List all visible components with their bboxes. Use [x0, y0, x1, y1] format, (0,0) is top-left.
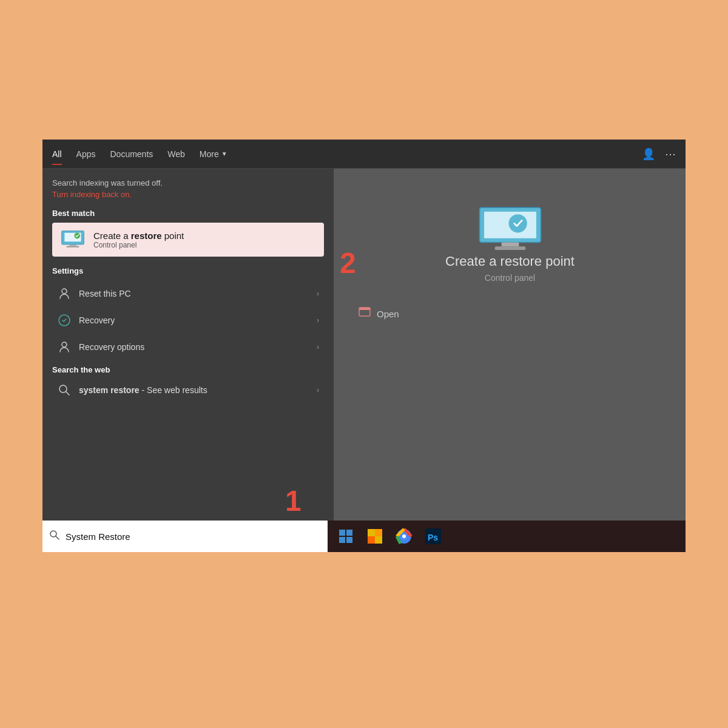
chevron-right-icon-4: › — [317, 386, 319, 394]
restore-point-icon — [61, 230, 85, 249]
svg-point-31 — [402, 534, 406, 538]
step-2-label: 2 — [340, 249, 356, 278]
left-panel: Search indexing was turned off. Turn ind… — [42, 169, 334, 534]
svg-point-12 — [508, 214, 527, 232]
settings-label: Settings — [52, 266, 324, 275]
svg-rect-3 — [69, 244, 76, 246]
search-input[interactable] — [66, 531, 320, 542]
svg-line-9 — [66, 392, 69, 395]
svg-rect-14 — [494, 246, 525, 250]
content-area: Search indexing was turned off. Turn ind… — [42, 169, 686, 534]
taskbar-icon-chrome[interactable] — [391, 523, 417, 550]
taskbar-icons: Ps — [328, 521, 686, 552]
svg-line-18 — [56, 536, 59, 539]
taskbar: Ps — [42, 521, 686, 552]
svg-point-7 — [62, 342, 67, 347]
reset-pc-icon — [57, 286, 72, 301]
tab-apps[interactable]: Apps — [76, 147, 96, 161]
svg-rect-16 — [359, 308, 370, 310]
person-icon[interactable]: 👤 — [642, 147, 655, 161]
tab-web[interactable]: Web — [167, 147, 185, 161]
tab-all[interactable]: All — [52, 147, 62, 161]
settings-item-recovery[interactable]: Recovery › — [52, 307, 324, 334]
svg-point-8 — [59, 385, 67, 393]
svg-rect-25 — [375, 529, 382, 536]
best-match-info: Create a restore point Control panel — [93, 231, 184, 249]
svg-rect-26 — [368, 536, 375, 544]
chevron-right-icon-1: › — [317, 289, 319, 298]
svg-rect-21 — [339, 537, 345, 543]
settings-item-recovery-options[interactable]: Recovery options › — [52, 334, 324, 360]
chevron-right-icon-2: › — [317, 316, 319, 325]
svg-text:Ps: Ps — [428, 533, 438, 542]
more-options-icon[interactable]: ⋯ — [665, 147, 676, 161]
recovery-options-text: Recovery options — [79, 342, 309, 352]
svg-rect-24 — [368, 529, 375, 536]
reset-pc-text: Reset this PC — [79, 289, 309, 298]
restore-point-large-icon — [477, 205, 544, 254]
web-search-text: system restore - See web results — [79, 385, 309, 395]
best-match-item[interactable]: Create a restore point Control panel — [52, 223, 324, 257]
svg-rect-13 — [501, 242, 519, 246]
open-icon — [359, 307, 371, 321]
taskbar-icon-photoshop[interactable]: Ps — [420, 523, 447, 550]
svg-rect-19 — [339, 530, 345, 536]
right-panel: Create a restore point Control panel Ope… — [334, 169, 686, 534]
svg-rect-22 — [346, 537, 352, 543]
taskbar-icon-windows[interactable] — [332, 523, 359, 550]
chevron-down-icon: ▼ — [221, 150, 228, 157]
indexing-notice: Search indexing was turned off. — [52, 178, 324, 187]
tab-more[interactable]: More ▼ — [200, 147, 228, 161]
recovery-options-icon — [57, 340, 72, 354]
svg-point-5 — [62, 289, 67, 294]
search-box-container — [42, 521, 328, 552]
taskbar-icon-photos[interactable] — [362, 523, 388, 550]
best-match-label: Best match — [52, 209, 324, 218]
open-label: Open — [377, 309, 399, 319]
tab-bar: All Apps Documents Web More ▼ 👤 ⋯ — [42, 140, 686, 169]
best-match-subtitle: Control panel — [93, 241, 184, 249]
recovery-text: Recovery — [79, 315, 309, 325]
settings-item-reset-pc[interactable]: Reset this PC › — [52, 280, 324, 307]
recovery-icon — [57, 313, 72, 328]
svg-rect-20 — [346, 530, 352, 536]
search-panel: All Apps Documents Web More ▼ 👤 ⋯ Search… — [42, 140, 686, 534]
best-match-title: Create a restore point — [93, 231, 184, 241]
tab-documents[interactable]: Documents — [110, 147, 153, 161]
right-panel-subtitle: Control panel — [485, 273, 535, 283]
search-icon — [50, 530, 59, 542]
search-web-label: Search the web — [52, 365, 324, 374]
tab-bar-actions: 👤 ⋯ — [642, 147, 676, 161]
indexing-link[interactable]: Turn indexing back on. — [52, 190, 324, 199]
chevron-right-icon-3: › — [317, 343, 319, 351]
step-1-label: 1 — [285, 487, 302, 516]
svg-rect-27 — [375, 536, 382, 544]
open-action[interactable]: Open — [359, 307, 399, 321]
web-search-icon — [57, 383, 72, 397]
web-search-item[interactable]: system restore - See web results › — [52, 377, 324, 403]
right-panel-title: Create a restore point — [445, 254, 575, 269]
svg-rect-4 — [67, 246, 79, 247]
